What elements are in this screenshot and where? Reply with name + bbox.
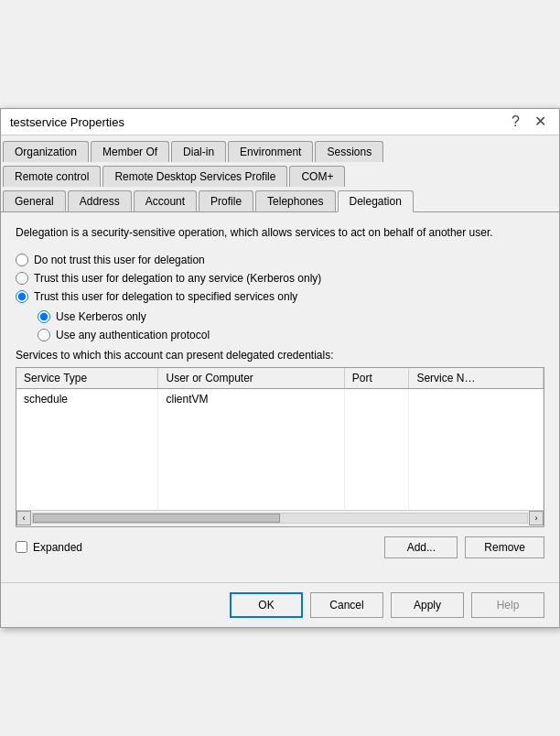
cell-user-computer: clientVM: [158, 388, 344, 409]
radio-no-trust[interactable]: [16, 254, 28, 266]
sub-radio-label-1: Use Kerberos only: [56, 310, 146, 323]
help-button: Help: [471, 592, 544, 618]
radio-kerberos-only[interactable]: [38, 310, 50, 323]
scroll-right-button[interactable]: ›: [529, 511, 544, 525]
services-table: Service Type User or Computer Port Servi…: [16, 368, 544, 510]
cell-service-name: [409, 388, 544, 409]
table-row-empty-5: [16, 490, 544, 510]
tab-environment[interactable]: Environment: [228, 141, 313, 162]
radio-option-3[interactable]: Trust this user for delegation to specif…: [16, 290, 544, 303]
tab-address[interactable]: Address: [68, 190, 132, 211]
horizontal-scrollbar[interactable]: ‹ ›: [16, 510, 544, 526]
tab-telephones[interactable]: Telephones: [255, 190, 335, 211]
expanded-checkbox-label[interactable]: Expanded: [16, 541, 384, 554]
close-button[interactable]: ✕: [531, 114, 550, 129]
add-button[interactable]: Add...: [384, 536, 458, 558]
sub-options: Use Kerberos only Use any authentication…: [38, 310, 544, 341]
footer: OK Cancel Apply Help: [1, 582, 559, 627]
col-port: Port: [344, 368, 409, 389]
tab-sessions[interactable]: Sessions: [315, 141, 383, 162]
tab-organization[interactable]: Organization: [3, 141, 89, 162]
col-service-name: Service N…: [409, 368, 544, 389]
radio-label-3: Trust this user for delegation to specif…: [34, 290, 297, 303]
table-body: schedule clientVM: [16, 388, 544, 510]
remove-button[interactable]: Remove: [465, 536, 544, 558]
ok-button[interactable]: OK: [230, 592, 303, 618]
col-user-computer: User or Computer: [158, 368, 344, 389]
tab-content: Delegation is a security-sensitive opera…: [1, 212, 559, 582]
tabs-row-3: General Address Account Profile Telephon…: [1, 187, 559, 211]
tab-member-of[interactable]: Member Of: [91, 141, 169, 162]
radio-any-service[interactable]: [16, 272, 28, 285]
scroll-track[interactable]: [32, 513, 528, 524]
window-title: testservice Properties: [10, 115, 124, 129]
table-row-empty-4: [16, 470, 544, 490]
tab-general[interactable]: General: [3, 190, 66, 211]
tabs-row-2: Remote control Remote Desktop Services P…: [1, 162, 559, 187]
apply-button[interactable]: Apply: [391, 592, 464, 618]
tabs-row-1: Organization Member Of Dial-in Environme…: [1, 137, 559, 162]
tab-remote-desktop[interactable]: Remote Desktop Services Profile: [102, 166, 287, 187]
expanded-checkbox[interactable]: [16, 541, 27, 553]
delegation-options: Do not trust this user for delegation Tr…: [16, 254, 544, 303]
help-button[interactable]: ?: [508, 114, 523, 129]
tab-delegation[interactable]: Delegation: [338, 190, 414, 212]
scroll-thumb[interactable]: [33, 514, 280, 523]
tab-remote-control[interactable]: Remote control: [3, 166, 101, 187]
tab-dial-in[interactable]: Dial-in: [171, 141, 226, 162]
expanded-label: Expanded: [33, 541, 82, 554]
table-header-row: Service Type User or Computer Port Servi…: [16, 368, 544, 389]
table-row-empty-2: [16, 429, 544, 449]
services-label: Services to which this account can prese…: [16, 349, 544, 362]
action-buttons: Add... Remove: [384, 536, 544, 558]
cell-service-type: schedule: [16, 388, 158, 409]
table-row[interactable]: schedule clientVM: [16, 388, 544, 409]
cell-port: [344, 388, 409, 409]
tab-account[interactable]: Account: [134, 190, 197, 211]
sub-radio-kerberos[interactable]: Use Kerberos only: [38, 310, 544, 323]
tab-com[interactable]: COM+: [289, 166, 345, 187]
radio-option-1[interactable]: Do not trust this user for delegation: [16, 254, 544, 266]
services-table-wrapper: Service Type User or Computer Port Servi…: [16, 367, 544, 527]
radio-option-2[interactable]: Trust this user for delegation to any se…: [16, 272, 544, 285]
tabs-container: Organization Member Of Dial-in Environme…: [1, 135, 559, 212]
col-service-type: Service Type: [16, 368, 158, 389]
radio-label-1: Do not trust this user for delegation: [34, 254, 205, 266]
properties-window: testservice Properties ? ✕ Organization …: [0, 108, 560, 628]
table-row-empty-1: [16, 409, 544, 429]
sub-radio-any-auth[interactable]: Use any authentication protocol: [38, 329, 544, 341]
radio-label-2: Trust this user for delegation to any se…: [34, 272, 321, 285]
sub-radio-label-2: Use any authentication protocol: [56, 329, 210, 341]
scroll-left-button[interactable]: ‹: [16, 511, 31, 525]
title-bar-controls: ? ✕: [508, 114, 550, 129]
cancel-button[interactable]: Cancel: [310, 592, 383, 618]
radio-specified-services[interactable]: [16, 290, 28, 303]
title-bar: testservice Properties ? ✕: [1, 109, 559, 135]
bottom-row: Expanded Add... Remove: [16, 536, 544, 558]
radio-any-auth[interactable]: [38, 329, 50, 341]
table-row-empty-3: [16, 449, 544, 470]
tab-profile[interactable]: Profile: [199, 190, 253, 211]
description-text: Delegation is a security-sensitive opera…: [16, 225, 544, 241]
